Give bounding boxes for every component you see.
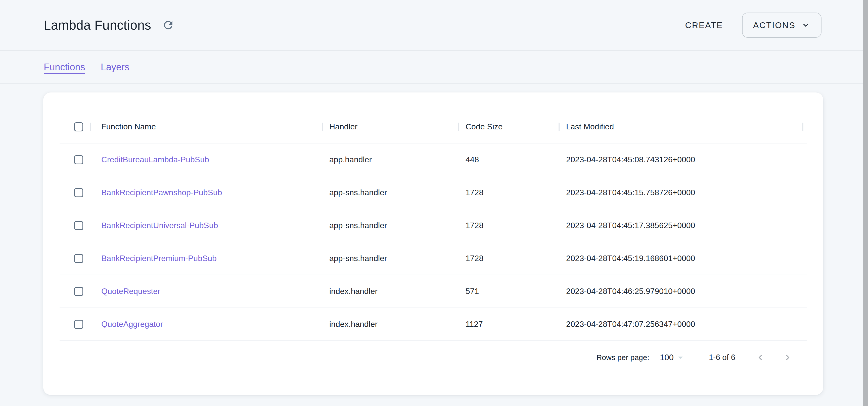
table-row: QuoteRequesterindex.handler5712023-04-28… [60, 275, 807, 308]
column-header-handler[interactable]: Handler [322, 122, 458, 131]
create-button[interactable]: CREATE [683, 15, 725, 35]
next-page-button[interactable] [780, 350, 795, 365]
last-modified-cell: 2023-04-28T04:45:08.743126+0000 [559, 155, 807, 164]
vertical-scrollbar[interactable] [863, 0, 868, 406]
function-name-link[interactable]: BankRecipientPawnshop-PubSub [101, 188, 222, 197]
tabs-bar: Functions Layers [0, 51, 868, 84]
table-row: QuoteAggregatorindex.handler11272023-04-… [60, 308, 807, 341]
chevron-left-icon [755, 352, 766, 363]
rows-per-page-select[interactable]: 100 [660, 352, 686, 363]
actions-button[interactable]: ACTIONS [742, 12, 822, 38]
code-size-cell: 1127 [458, 319, 559, 329]
table-row: CreditBureauLambda-PubSubapp.handler4482… [60, 143, 807, 176]
table-row: BankRecipientPremium-PubSubapp-sns.handl… [60, 242, 807, 275]
row-checkbox[interactable] [74, 254, 83, 263]
pagination-bar: Rows per page: 100 1-6 of 6 [60, 341, 807, 374]
tab-functions[interactable]: Functions [44, 62, 85, 73]
rows-per-page-value: 100 [660, 353, 674, 362]
last-modified-cell: 2023-04-28T04:45:15.758726+0000 [559, 188, 807, 197]
row-checkbox[interactable] [74, 221, 83, 230]
handler-cell: app-sns.handler [322, 188, 458, 197]
row-checkbox[interactable] [74, 320, 83, 329]
handler-cell: app-sns.handler [322, 221, 458, 230]
table-header-row: Function Name Handler Code Size Last Mod… [60, 110, 807, 143]
table-row: BankRecipientUniversal-PubSubapp-sns.han… [60, 209, 807, 242]
page-title: Lambda Functions [44, 18, 151, 33]
row-checkbox[interactable] [74, 155, 83, 164]
column-header-last-modified[interactable]: Last Modified [559, 122, 807, 131]
arrow-drop-down-icon [675, 352, 686, 363]
table-body: CreditBureauLambda-PubSubapp.handler4482… [60, 143, 807, 341]
tab-layers[interactable]: Layers [101, 62, 129, 73]
column-header-code-size[interactable]: Code Size [458, 122, 559, 131]
code-size-cell: 1728 [458, 254, 559, 263]
column-header-function-name[interactable]: Function Name [90, 122, 322, 131]
functions-card: Function Name Handler Code Size Last Mod… [43, 93, 823, 395]
actions-button-label: ACTIONS [753, 20, 796, 30]
last-modified-cell: 2023-04-28T04:45:17.385625+0000 [559, 221, 807, 230]
code-size-cell: 571 [458, 287, 559, 296]
handler-cell: index.handler [322, 319, 458, 329]
last-modified-cell: 2023-04-28T04:47:07.256347+0000 [559, 319, 807, 329]
code-size-cell: 448 [458, 155, 559, 164]
previous-page-button[interactable] [753, 350, 768, 365]
handler-cell: index.handler [322, 287, 458, 296]
function-name-link[interactable]: CreditBureauLambda-PubSub [101, 155, 209, 164]
column-separator [802, 123, 803, 131]
handler-cell: app-sns.handler [322, 254, 458, 263]
function-name-link[interactable]: BankRecipientPremium-PubSub [101, 254, 217, 263]
main-content: Function Name Handler Code Size Last Mod… [0, 84, 868, 395]
code-size-cell: 1728 [458, 188, 559, 197]
row-checkbox[interactable] [74, 188, 83, 197]
handler-cell: app.handler [322, 155, 458, 164]
row-checkbox[interactable] [74, 287, 83, 296]
functions-table: Function Name Handler Code Size Last Mod… [60, 110, 807, 374]
last-modified-cell: 2023-04-28T04:45:19.168601+0000 [559, 254, 807, 263]
refresh-button[interactable] [159, 16, 177, 34]
table-row: BankRecipientPawnshop-PubSubapp-sns.hand… [60, 176, 807, 209]
chevron-right-icon [782, 352, 793, 363]
function-name-link[interactable]: BankRecipientUniversal-PubSub [101, 221, 218, 230]
chevron-down-icon [801, 20, 810, 30]
page-header: Lambda Functions CREATE ACTIONS [0, 0, 868, 51]
select-all-checkbox[interactable] [74, 122, 83, 131]
function-name-link[interactable]: QuoteAggregator [101, 319, 163, 329]
last-modified-cell: 2023-04-28T04:46:25.979010+0000 [559, 287, 807, 296]
refresh-icon [162, 19, 175, 31]
pagination-range: 1-6 of 6 [709, 353, 735, 362]
rows-per-page-label: Rows per page: [596, 353, 649, 362]
function-name-link[interactable]: QuoteRequester [101, 287, 160, 296]
code-size-cell: 1728 [458, 221, 559, 230]
